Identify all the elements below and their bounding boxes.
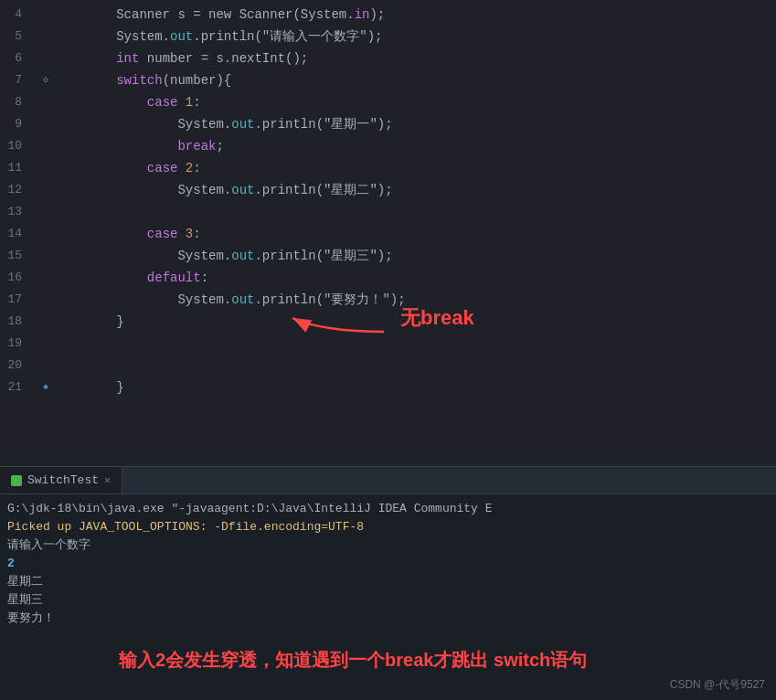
line-code: System.out.println("请输入一个数字");	[55, 26, 382, 48]
line-number: 20	[0, 355, 37, 377]
line-gutter: ◇	[37, 69, 55, 91]
code-line: 6 int number = s.nextInt();	[0, 48, 776, 69]
code-segment	[55, 73, 116, 88]
code-segment: out	[231, 292, 254, 307]
line-code: System.out.println("星期一");	[55, 113, 393, 135]
terminal-content: G:\jdk-18\bin\java.exe "-javaagent:D:\Ja…	[0, 494, 776, 700]
terminal-close-button[interactable]: ✕	[104, 473, 111, 487]
code-segment: :	[193, 95, 200, 110]
line-code: break;	[55, 135, 224, 157]
code-segment	[55, 139, 177, 154]
code-segment: :	[193, 161, 200, 175]
code-segment: in	[355, 7, 370, 22]
terminal-tab-label: SwitchTest	[27, 473, 99, 487]
code-segment: }	[55, 314, 124, 329]
code-segment: switch	[116, 73, 162, 88]
code-line: 7◇ switch(number){	[0, 69, 776, 91]
code-segment: .println("星期二");	[254, 183, 392, 197]
code-segment: int	[116, 51, 139, 66]
code-segment: (number){	[163, 73, 232, 88]
fall-through-annotation: 输入2会发生穿透，知道遇到一个break才跳出 switch语句	[119, 647, 587, 673]
line-code	[55, 201, 147, 223]
code-segment: System.	[55, 29, 170, 44]
code-line: 10 break;	[0, 135, 776, 157]
code-segment	[55, 95, 147, 110]
code-segment	[55, 270, 147, 285]
code-line: 11 case 2:	[0, 157, 776, 179]
line-number: 5	[0, 26, 37, 48]
terminal-tab-icon	[11, 475, 22, 486]
line-code: System.out.println("星期二");	[55, 179, 393, 201]
code-segment: break	[177, 139, 216, 154]
code-segment: out	[231, 117, 254, 132]
editor-area: 4 Scanner s = new Scanner(System.in);5 S…	[0, 0, 776, 466]
code-segment: case	[147, 227, 178, 241]
code-segment: default	[147, 270, 201, 285]
line-code: }	[55, 311, 124, 333]
line-code: int number = s.nextInt();	[55, 48, 308, 69]
code-line: 15 System.out.println("星期三");	[0, 245, 776, 267]
code-segment: System.	[55, 183, 231, 197]
code-segment	[55, 336, 147, 351]
code-line: 4 Scanner s = new Scanner(System.in);	[0, 4, 776, 26]
terminal-tab-bar: SwitchTest ✕	[0, 467, 776, 494]
terminal-tab[interactable]: SwitchTest ✕	[0, 467, 122, 493]
code-segment: );	[369, 7, 385, 22]
line-code	[55, 355, 147, 377]
line-number: 6	[0, 48, 37, 69]
line-number: 21	[0, 377, 37, 398]
code-line: 14 case 3:	[0, 223, 776, 245]
code-segment: Scanner s = new Scanner(System.	[55, 7, 355, 22]
no-break-label: 无break	[400, 304, 474, 332]
code-segment: .println("星期一");	[254, 117, 392, 132]
line-number: 4	[0, 4, 37, 26]
code-segment: 1	[186, 95, 193, 110]
no-break-annotation: 无break	[283, 300, 474, 336]
terminal-line-6: 星期三	[7, 591, 769, 610]
gutter-icon: ◈	[43, 377, 48, 398]
terminal-area: SwitchTest ✕ G:\jdk-18\bin\java.exe "-ja…	[0, 466, 776, 700]
code-segment: number = s.nextInt();	[139, 51, 308, 66]
code-segment: case	[147, 161, 178, 175]
line-code: case 2:	[55, 157, 201, 179]
code-segment: out	[231, 183, 254, 197]
code-segment: ;	[216, 139, 223, 154]
code-segment: :	[201, 270, 208, 285]
code-segment	[55, 161, 147, 175]
line-number: 7	[0, 69, 37, 91]
code-line: 12 System.out.println("星期二");	[0, 179, 776, 201]
line-code: switch(number){	[55, 69, 231, 91]
code-line: 9 System.out.println("星期一");	[0, 113, 776, 135]
terminal-line-1: G:\jdk-18\bin\java.exe "-javaagent:D:\Ja…	[7, 500, 769, 518]
code-segment: .println("请输入一个数字");	[193, 29, 382, 44]
line-code	[55, 333, 147, 355]
code-line: 20	[0, 355, 776, 377]
code-segment: System.	[55, 249, 231, 263]
code-segment	[55, 227, 147, 241]
line-number: 12	[0, 179, 37, 201]
terminal-line-7: 要努力！	[7, 610, 769, 628]
line-number: 18	[0, 311, 37, 333]
code-segment: System.	[55, 292, 231, 307]
line-code: System.out.println("星期三");	[55, 245, 393, 267]
line-number: 15	[0, 245, 37, 267]
code-container: 4 Scanner s = new Scanner(System.in);5 S…	[0, 0, 776, 466]
code-segment: .println("星期三");	[254, 249, 392, 263]
code-segment	[55, 205, 147, 219]
code-segment: 2	[186, 161, 193, 175]
line-code: Scanner s = new Scanner(System.in);	[55, 4, 385, 26]
line-code: case 1:	[55, 91, 201, 113]
code-segment: :	[193, 227, 200, 241]
code-segment: 3	[186, 227, 193, 241]
csdn-badge: CSDN @-代号9527	[670, 677, 765, 693]
terminal-line-4: 2	[7, 555, 769, 573]
line-number: 19	[0, 333, 37, 355]
terminal-line-2: Picked up JAVA_TOOL_OPTIONS: -Dfile.enco…	[7, 518, 769, 536]
code-line: 21◈ }	[0, 377, 776, 398]
line-number: 9	[0, 113, 37, 135]
code-segment	[55, 358, 147, 373]
code-line: 13	[0, 201, 776, 223]
terminal-line-5: 星期二	[7, 573, 769, 591]
line-number: 8	[0, 91, 37, 113]
code-segment: out	[231, 249, 254, 263]
